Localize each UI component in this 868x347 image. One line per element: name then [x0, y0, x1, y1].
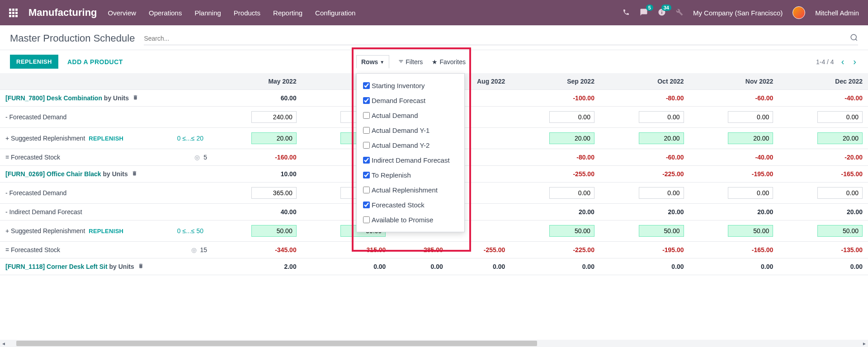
row-label: = Forecasted Stock: [0, 242, 154, 258]
checkbox[interactable]: [363, 142, 370, 149]
checkbox[interactable]: [363, 202, 370, 208]
static-value: -225.00: [510, 242, 600, 258]
value-input[interactable]: [639, 111, 684, 123]
static-value: -285.00: [391, 242, 448, 258]
value-input[interactable]: [639, 225, 684, 237]
dropdown-item-actual-demand-y-1[interactable]: Actual Demand Y-1: [363, 123, 458, 138]
filters-filter[interactable]: Filters: [398, 58, 423, 66]
range-hint: 0 ≤...≤ 20: [177, 135, 203, 142]
target-icon: ◎: [194, 154, 200, 161]
row-label: + Suggested Replenishment REPLENISH: [0, 220, 154, 242]
dropdown-item-indirect-demand-forecast[interactable]: Indirect Demand Forecast: [363, 153, 458, 168]
range-hint: 0 ≤...≤ 50: [177, 227, 203, 234]
rows-dropdown: Starting InventoryDemand ForecastActual …: [356, 73, 465, 232]
static-value: -40.00: [689, 149, 779, 166]
value-input[interactable]: [549, 187, 594, 199]
checkbox[interactable]: [363, 187, 370, 193]
trash-icon[interactable]: [138, 263, 144, 270]
pager-text: 1-4 / 4: [816, 58, 834, 66]
product-name[interactable]: Desk Combination: [47, 94, 102, 102]
header-value: 0.00: [391, 258, 448, 275]
checkbox[interactable]: [363, 112, 370, 119]
value-input[interactable]: [817, 225, 863, 237]
search-icon[interactable]: [850, 33, 858, 43]
value-input[interactable]: [251, 132, 297, 144]
value-input[interactable]: [817, 111, 863, 123]
product-code[interactable]: [FURN_1118]: [5, 263, 45, 270]
nav-products[interactable]: Products: [234, 9, 260, 17]
value-input[interactable]: [817, 132, 863, 144]
nav-configuration[interactable]: Configuration: [315, 9, 355, 17]
column-header: Dec 2022: [778, 73, 868, 90]
value-input[interactable]: [251, 187, 297, 199]
nav-operations[interactable]: Operations: [149, 9, 182, 17]
dropdown-item-forecasted-stock[interactable]: Forecasted Stock: [363, 197, 458, 212]
nav-overview[interactable]: Overview: [108, 9, 137, 17]
company-name[interactable]: My Company (San Francisco): [693, 9, 783, 17]
dropdown-item-demand-forecast[interactable]: Demand Forecast: [363, 93, 458, 108]
header-value: 0.00: [689, 258, 779, 275]
phone-icon[interactable]: [623, 9, 630, 17]
apps-icon[interactable]: [9, 9, 18, 17]
static-value: 20.00: [510, 204, 600, 220]
value-input[interactable]: [251, 225, 297, 237]
value-input[interactable]: [728, 132, 773, 144]
pager-next[interactable]: ›: [851, 56, 858, 67]
static-value: 20.00: [689, 204, 779, 220]
static-value: -195.00: [600, 242, 689, 258]
trash-icon[interactable]: [132, 94, 138, 102]
trash-icon[interactable]: [132, 170, 137, 178]
value-input[interactable]: [728, 187, 773, 199]
user-name[interactable]: Mitchell Admin: [815, 9, 859, 17]
checkbox[interactable]: [363, 157, 370, 164]
value-input[interactable]: [549, 132, 594, 144]
replenish-button[interactable]: REPLENISH: [10, 55, 58, 69]
column-header: Oct 2022: [600, 73, 689, 90]
nav-reporting[interactable]: Reporting: [273, 9, 302, 17]
value-input[interactable]: [817, 187, 863, 199]
header-value: 0.00: [600, 258, 689, 275]
dropdown-item-available-to-promise[interactable]: Available to Promise: [363, 212, 458, 227]
header-value: 0.00: [510, 258, 600, 275]
dropdown-item-to-replenish[interactable]: To Replenish: [363, 168, 458, 183]
pager-prev[interactable]: ‹: [840, 56, 846, 67]
static-value: -345.00: [212, 242, 302, 258]
value-input[interactable]: [639, 187, 684, 199]
value-input[interactable]: [549, 111, 594, 123]
add-product-button[interactable]: ADD A PRODUCT: [67, 58, 123, 66]
header-value: -195.00: [689, 166, 779, 183]
static-value: 20.00: [778, 204, 868, 220]
chat-icon[interactable]: 5: [640, 8, 648, 18]
product-name[interactable]: Corner Desk Left Sit: [47, 263, 108, 270]
activity-icon[interactable]: 34: [658, 8, 666, 18]
dropdown-item-actual-demand[interactable]: Actual Demand: [363, 108, 458, 123]
header-value: 0.00: [302, 258, 392, 275]
value-input[interactable]: [549, 225, 594, 237]
static-value: -255.00: [448, 242, 511, 258]
nav-planning[interactable]: Planning: [194, 9, 221, 17]
product-code[interactable]: [FURN_7800]: [5, 94, 45, 102]
header-value: -255.00: [510, 166, 600, 183]
row-label: + Suggested Replenishment REPLENISH: [0, 128, 154, 149]
product-code[interactable]: [FURN_0269]: [5, 170, 45, 178]
checkbox[interactable]: [363, 127, 370, 134]
replenish-inline[interactable]: REPLENISH: [89, 228, 123, 234]
rows-filter[interactable]: Rows ▼: [356, 55, 389, 68]
checkbox[interactable]: [363, 216, 370, 223]
checkbox[interactable]: [363, 82, 370, 89]
favorites-filter[interactable]: ★ Favorites: [432, 58, 466, 66]
replenish-inline[interactable]: REPLENISH: [89, 135, 123, 142]
dropdown-item-actual-demand-y-2[interactable]: Actual Demand Y-2: [363, 138, 458, 153]
value-input[interactable]: [728, 111, 773, 123]
tools-icon[interactable]: [676, 9, 683, 17]
checkbox[interactable]: [363, 97, 370, 104]
checkbox[interactable]: [363, 172, 370, 178]
value-input[interactable]: [251, 111, 297, 123]
search-input[interactable]: [144, 35, 850, 42]
value-input[interactable]: [639, 132, 684, 144]
dropdown-item-starting-inventory[interactable]: Starting Inventory: [363, 78, 458, 93]
product-name[interactable]: Office Chair Black: [47, 170, 101, 178]
dropdown-item-actual-replenishment[interactable]: Actual Replenishment: [363, 183, 458, 197]
value-input[interactable]: [728, 225, 773, 237]
avatar[interactable]: [793, 6, 805, 19]
